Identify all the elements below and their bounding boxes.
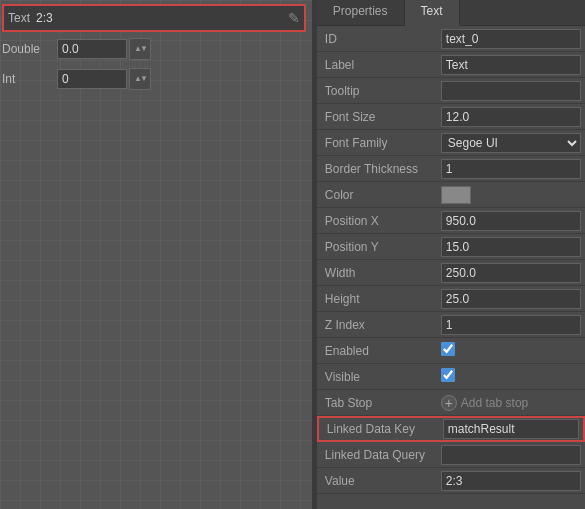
prop-value [441, 237, 581, 257]
prop-input[interactable] [441, 445, 581, 465]
prop-value [441, 29, 581, 49]
int-spinner[interactable] [129, 68, 151, 90]
double-spinner[interactable] [129, 38, 151, 60]
prop-label: Position Y [321, 240, 441, 254]
prop-label: Z Index [321, 318, 441, 332]
prop-input[interactable] [441, 107, 581, 127]
prop-label: Width [321, 266, 441, 280]
prop-row-z-index: Z Index [317, 312, 585, 338]
double-label: Double [2, 42, 57, 56]
prop-input[interactable] [441, 29, 581, 49]
prop-row-position-x: Position X [317, 208, 585, 234]
prop-row-visible: Visible [317, 364, 585, 390]
prop-row-tab-stop: Tab Stop+Add tab stop [317, 390, 585, 416]
prop-label: Tab Stop [321, 396, 441, 410]
prop-label: ID [321, 32, 441, 46]
prop-row-font-family: Font FamilySegoe UIArialTimes New RomanC… [317, 130, 585, 156]
prop-label: Label [321, 58, 441, 72]
left-panel: Text ✎ Double Int [0, 0, 313, 509]
double-input[interactable] [57, 39, 127, 59]
text-input-field[interactable] [36, 11, 288, 25]
prop-row-position-y: Position Y [317, 234, 585, 260]
prop-label: Position X [321, 214, 441, 228]
tab-properties[interactable]: Properties [317, 0, 405, 25]
prop-input[interactable] [441, 55, 581, 75]
prop-row-label: Label [317, 52, 585, 78]
prop-input[interactable] [441, 211, 581, 231]
add-tab-stop-label: Add tab stop [461, 396, 528, 410]
prop-input[interactable] [441, 315, 581, 335]
prop-value [441, 368, 581, 385]
plus-icon: + [441, 395, 457, 411]
prop-label: Font Family [321, 136, 441, 150]
add-tab-stop-button[interactable]: +Add tab stop [441, 395, 581, 411]
prop-label: Tooltip [321, 84, 441, 98]
prop-input[interactable] [441, 81, 581, 101]
edit-icon[interactable]: ✎ [288, 10, 300, 26]
prop-value [441, 211, 581, 231]
prop-label: Linked Data Key [323, 422, 443, 436]
prop-row-width: Width [317, 260, 585, 286]
prop-value [443, 419, 579, 439]
prop-row-linked-data-key: Linked Data Key [317, 416, 585, 442]
prop-input[interactable] [441, 289, 581, 309]
panel-tabs: Properties Text [317, 0, 585, 26]
color-picker[interactable] [441, 186, 471, 204]
prop-input[interactable] [441, 471, 581, 491]
prop-label: Value [321, 474, 441, 488]
prop-row-font-size: Font Size [317, 104, 585, 130]
int-input[interactable] [57, 69, 127, 89]
prop-row-value: Value [317, 468, 585, 494]
prop-row-tooltip: Tooltip [317, 78, 585, 104]
prop-input[interactable] [441, 263, 581, 283]
prop-input[interactable] [441, 237, 581, 257]
properties-table: IDLabelTooltipFont SizeFont FamilySegoe … [317, 26, 585, 509]
text-input-label: Text [8, 11, 30, 25]
prop-select[interactable]: Segoe UIArialTimes New RomanCourier New [441, 133, 581, 153]
int-field-row: Int [2, 66, 306, 92]
prop-label: Color [321, 188, 441, 202]
prop-value [441, 55, 581, 75]
tab-text[interactable]: Text [405, 0, 460, 26]
text-input-row: Text ✎ [2, 4, 306, 32]
prop-row-enabled: Enabled [317, 338, 585, 364]
int-label: Int [2, 72, 57, 86]
right-panel: Properties Text IDLabelTooltipFont SizeF… [317, 0, 585, 509]
prop-label: Linked Data Query [321, 448, 441, 462]
prop-value [441, 263, 581, 283]
prop-row-linked-data-query: Linked Data Query [317, 442, 585, 468]
prop-value [441, 289, 581, 309]
prop-value [441, 471, 581, 491]
prop-value [441, 342, 581, 359]
prop-label: Font Size [321, 110, 441, 124]
prop-label: Visible [321, 370, 441, 384]
double-field-row: Double [2, 36, 306, 62]
prop-label: Enabled [321, 344, 441, 358]
prop-row-height: Height [317, 286, 585, 312]
prop-value [441, 186, 581, 204]
prop-value [441, 315, 581, 335]
prop-checkbox[interactable] [441, 342, 455, 356]
prop-checkbox[interactable] [441, 368, 455, 382]
prop-value [441, 107, 581, 127]
prop-row-id: ID [317, 26, 585, 52]
prop-input[interactable] [441, 159, 581, 179]
prop-row-border-thickness: Border Thickness [317, 156, 585, 182]
prop-value: Segoe UIArialTimes New RomanCourier New [441, 133, 581, 153]
prop-label: Height [321, 292, 441, 306]
prop-value [441, 159, 581, 179]
prop-row-color: Color [317, 182, 585, 208]
prop-value [441, 81, 581, 101]
prop-value: +Add tab stop [441, 395, 581, 411]
prop-value [441, 445, 581, 465]
prop-label: Border Thickness [321, 162, 441, 176]
prop-input[interactable] [443, 419, 579, 439]
